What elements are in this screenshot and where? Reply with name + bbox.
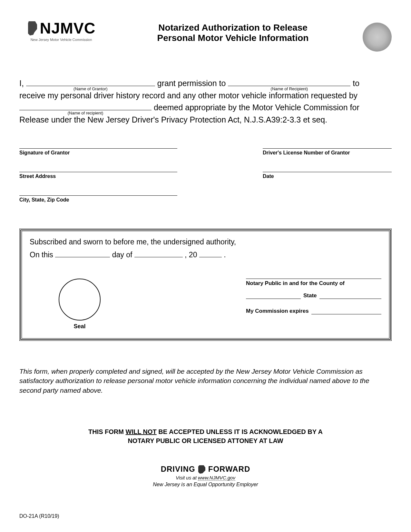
grantor-name-caption: (Name of Grantor) bbox=[26, 86, 155, 92]
forward-text: FORWARD bbox=[208, 465, 250, 474]
visit-pre: Visit us at bbox=[176, 475, 198, 480]
warn-willnot: WILL NOT bbox=[126, 428, 157, 435]
logo-left: NJMVC New Jersey Motor Vehicle Commissio… bbox=[19, 19, 103, 42]
state-blank[interactable] bbox=[319, 292, 381, 299]
date-line[interactable]: Date bbox=[263, 172, 392, 179]
logo-subtitle: New Jersey Motor Vehicle Commission bbox=[31, 38, 92, 42]
i-prefix: I, bbox=[19, 79, 24, 88]
visit-line: Visit us at www.NJMVC.gov bbox=[19, 475, 392, 480]
nj-state-icon bbox=[27, 21, 38, 36]
period: . bbox=[224, 251, 226, 259]
state-seal-icon bbox=[363, 23, 392, 52]
title-line-2: Personal Motor Vehicle Information bbox=[103, 33, 363, 43]
driving-forward-logo: DRIVING FORWARD bbox=[19, 465, 392, 474]
seal-area: Seal bbox=[59, 279, 101, 330]
dl-number-line[interactable]: Driver's License Number of Grantor bbox=[263, 148, 392, 156]
warn-pre: THIS FORM bbox=[88, 428, 126, 435]
warn-post: BE ACCEPTED UNLESS IT IS ACKNOWLEDGED BY… bbox=[157, 428, 323, 435]
njmvc-url[interactable]: www.NJMVC.gov bbox=[198, 475, 235, 481]
subscribed-line: Subscribed and sworn to before me, the u… bbox=[30, 238, 381, 246]
signature-grid: Signature of Grantor Driver's License Nu… bbox=[19, 148, 392, 203]
recipient-name-caption-2: (Name of recipient) bbox=[19, 110, 152, 116]
header: NJMVC New Jersey Motor Vehicle Commissio… bbox=[19, 19, 392, 52]
logo-main: NJMVC bbox=[40, 19, 95, 37]
notary-county-line[interactable]: Notary Public in and for the County of bbox=[246, 279, 381, 287]
title-line-1: Notarized Authorization to Release bbox=[103, 23, 363, 33]
body-line3: deemed appropriate by the Motor Vehicle … bbox=[154, 103, 359, 112]
disclaimer-text: This form, when properly completed and s… bbox=[19, 367, 392, 395]
title-block: Notarized Authorization to Release Perso… bbox=[103, 19, 363, 43]
street-address-line[interactable]: Street Address bbox=[19, 172, 177, 179]
month-blank[interactable] bbox=[134, 250, 183, 257]
city-state-zip-line[interactable]: City, State, Zip Code bbox=[19, 195, 177, 203]
commission-blank[interactable] bbox=[311, 308, 381, 314]
warn-line2: NOTARY PUBLIC OR LICENSED ATTONEY AT LAW bbox=[128, 437, 283, 444]
footer: DRIVING FORWARD Visit us at www.NJMVC.go… bbox=[19, 465, 392, 488]
state-label: State bbox=[303, 292, 317, 299]
commission-row: My Commission expires bbox=[246, 308, 381, 314]
state-row: State bbox=[246, 292, 381, 299]
authorization-paragraph: I, (Name of Grantor) grant permission to… bbox=[19, 77, 387, 126]
njmvc-logo-text: NJMVC bbox=[27, 19, 95, 37]
body-line2: receive my personal driver history recor… bbox=[19, 91, 357, 100]
day-of-label: day of bbox=[112, 251, 132, 259]
nj-mini-icon bbox=[197, 465, 206, 474]
grantor-name-blank[interactable]: (Name of Grantor) bbox=[26, 86, 155, 86]
year-blank[interactable] bbox=[199, 250, 222, 257]
body-line4: Release under the New Jersey Driver's Pr… bbox=[19, 115, 327, 124]
to-suffix: to bbox=[353, 79, 359, 88]
comma-20: , 20 bbox=[185, 251, 197, 259]
grant-permission-text: grant permission to bbox=[157, 79, 226, 88]
commission-label: My Commission expires bbox=[246, 308, 309, 314]
driving-text: DRIVING bbox=[161, 465, 195, 474]
seal-circle bbox=[59, 279, 101, 320]
form-code: DO-21A (R10/19) bbox=[19, 513, 59, 519]
eoe-line: New Jersey is an Equal Opportunity Emplo… bbox=[19, 482, 392, 488]
grantor-signature-line[interactable]: Signature of Grantor bbox=[19, 148, 177, 156]
notary-right: Notary Public in and for the County of S… bbox=[246, 279, 381, 323]
recipient-name-blank[interactable]: (Name of Recipient) bbox=[228, 86, 350, 86]
on-this-line: On this day of , 20 . bbox=[30, 250, 381, 259]
warning-block: THIS FORM WILL NOT BE ACCEPTED UNLESS IT… bbox=[19, 427, 392, 445]
county-blank[interactable] bbox=[246, 292, 301, 299]
recipient-name-blank-2[interactable]: (Name of recipient) bbox=[19, 110, 152, 110]
recipient-name-caption: (Name of Recipient) bbox=[228, 86, 350, 92]
on-this-label: On this bbox=[30, 251, 53, 259]
seal-label: Seal bbox=[59, 323, 101, 330]
notary-box: Subscribed and sworn to before me, the u… bbox=[19, 229, 392, 341]
day-blank[interactable] bbox=[55, 250, 110, 257]
